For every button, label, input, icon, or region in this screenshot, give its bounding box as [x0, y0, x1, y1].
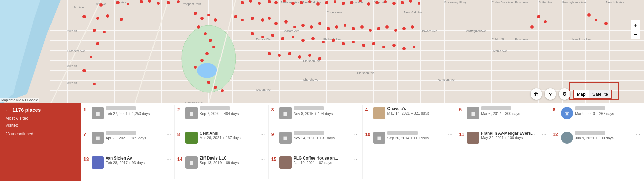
svg-point-182 [604, 22, 608, 25]
place-name-blurred [387, 131, 418, 135]
place-name: Chavela's [387, 106, 441, 111]
place-more-button[interactable]: ··· [447, 107, 453, 113]
svg-text:9th Ave: 9th Ave [74, 6, 84, 9]
place-date: Sep 13, 2019 + 69 days [200, 161, 258, 165]
svg-point-86 [241, 1, 244, 4]
place-more-button[interactable]: ··· [166, 132, 171, 138]
place-more-button[interactable]: ··· [541, 132, 547, 138]
place-more-button[interactable]: ··· [260, 107, 265, 113]
svg-point-147 [360, 25, 364, 29]
svg-point-171 [268, 52, 271, 55]
svg-point-181 [595, 19, 597, 21]
place-more-button[interactable]: ··· [635, 107, 641, 113]
place-number: 2 [177, 107, 183, 112]
svg-point-80 [127, 3, 129, 5]
svg-point-81 [140, 0, 143, 3]
svg-point-148 [369, 29, 372, 32]
list-item[interactable]: 5◼Mar 6, 2017 + 300 days··· [456, 105, 550, 130]
place-more-button[interactable]: ··· [166, 156, 171, 163]
svg-point-110 [106, 14, 109, 18]
place-name: Ziff Davis LLC [200, 156, 253, 161]
place-number: 15 [271, 156, 277, 162]
svg-point-139 [293, 26, 296, 28]
svg-text:20th St: 20th St [67, 29, 77, 33]
place-number: 12 [553, 132, 559, 137]
list-item[interactable]: 12⌂Jun 9, 2021 + 100 days··· [550, 130, 644, 154]
place-more-button[interactable]: ··· [353, 156, 359, 163]
place-name: Cent'Anni [200, 131, 253, 136]
list-item[interactable]: 11Franklin Av-Medgar Evers C...May 22, 2… [456, 130, 550, 154]
delete-map-button[interactable]: 🗑 [531, 88, 542, 100]
place-more-button[interactable]: ··· [447, 132, 453, 138]
list-item[interactable]: 2◼Sep 7, 2020 + 464 days··· [175, 105, 269, 130]
list-item[interactable]: 8Cent'AnniMar 26, 2021 + 167 days··· [175, 130, 269, 154]
list-item[interactable]: 3◼Nov 8, 2015 + 404 days··· [269, 105, 363, 130]
place-more-button[interactable]: ··· [166, 107, 171, 113]
list-item[interactable]: 6◉Mar 9, 2020 + 267 days··· [550, 105, 644, 130]
help-button[interactable]: ? [545, 88, 556, 100]
svg-point-120 [207, 14, 210, 16]
svg-point-93 [300, 1, 303, 4]
list-item[interactable]: 15PLG Coffee House an...Jan 10, 2021 + 6… [269, 154, 363, 179]
svg-point-111 [120, 18, 123, 21]
svg-point-122 [197, 25, 200, 29]
list-item[interactable]: 10◼Sep 26, 2014 + 119 days··· [363, 130, 456, 154]
svg-point-161 [322, 41, 325, 43]
most-visited-label[interactable]: Most visited [5, 116, 75, 121]
zoom-in-button[interactable]: + [631, 20, 640, 30]
place-more-button[interactable]: ··· [541, 107, 547, 113]
svg-point-165 [362, 44, 365, 47]
place-name-blurred [200, 106, 230, 110]
list-item[interactable]: 7◼Apr 25, 2021 + 189 days··· [81, 130, 175, 154]
place-thumbnail [185, 132, 198, 144]
map-type-map[interactable]: Map [574, 90, 589, 98]
svg-text:30th St: 30th St [67, 64, 77, 68]
svg-text:Empire Blvd: Empire Blvd [256, 38, 272, 41]
place-more-button[interactable]: ··· [260, 132, 265, 138]
svg-point-146 [352, 27, 355, 30]
settings-button[interactable]: ⚙ [559, 88, 570, 100]
svg-point-107 [418, 2, 420, 5]
svg-point-117 [93, 83, 96, 85]
place-number: 10 [365, 132, 371, 137]
list-item[interactable]: 9◼Nov 14, 2020 + 131 days··· [269, 130, 363, 154]
places-list: 1◼Feb 27, 2021 + 1,253 days···2◼Sep 7, 2… [81, 103, 644, 181]
list-item[interactable]: 4Chavela'sMay 14, 2021 + 321 days··· [363, 105, 456, 130]
svg-point-99 [350, 1, 353, 4]
svg-point-112 [93, 29, 96, 32]
place-more-button[interactable]: ··· [635, 132, 641, 138]
svg-point-136 [268, 17, 271, 20]
svg-text:New Lots Ave: New Lots Ave [572, 38, 591, 41]
place-number: 9 [271, 132, 277, 137]
svg-point-153 [411, 25, 414, 29]
zoom-out-button[interactable]: − [631, 30, 640, 39]
place-thumbnail: ◼ [373, 132, 385, 144]
visited-label[interactable]: Visited [5, 123, 75, 128]
place-date: Mar 6, 2017 + 300 days [481, 111, 539, 116]
svg-point-173 [288, 52, 291, 55]
place-name-blurred [106, 131, 136, 135]
svg-point-131 [221, 89, 224, 92]
place-thumbnail [467, 132, 479, 144]
list-item[interactable]: 1◼Feb 27, 2021 + 1,253 days··· [81, 105, 175, 130]
sidebar-title: 1176 places [12, 107, 41, 113]
map-type-satellite[interactable]: Satellite [589, 90, 611, 98]
place-more-button[interactable]: ··· [353, 132, 359, 138]
svg-point-169 [402, 47, 406, 50]
svg-point-138 [284, 20, 288, 24]
place-number: 6 [553, 107, 559, 112]
place-more-button[interactable]: ··· [260, 156, 265, 163]
list-item[interactable]: 13Van Siclen AvFeb 28, 2017 + 93 days··· [81, 154, 175, 179]
place-number: 3 [271, 107, 277, 112]
svg-point-119 [200, 17, 204, 20]
place-more-button[interactable]: ··· [353, 107, 359, 113]
place-thumbnail: ◼ [92, 132, 104, 144]
svg-point-109 [96, 17, 99, 20]
place-date: May 22, 2021 + 106 days [481, 136, 539, 140]
svg-text:Church Ave: Church Ave [303, 78, 318, 81]
place-date: Nov 14, 2020 + 131 days [294, 136, 352, 140]
svg-point-159 [301, 39, 305, 42]
back-button[interactable]: ← 1176 places [5, 107, 75, 113]
svg-point-156 [271, 34, 274, 37]
list-item[interactable]: 14◼Ziff Davis LLCSep 13, 2019 + 69 days·… [175, 154, 269, 179]
